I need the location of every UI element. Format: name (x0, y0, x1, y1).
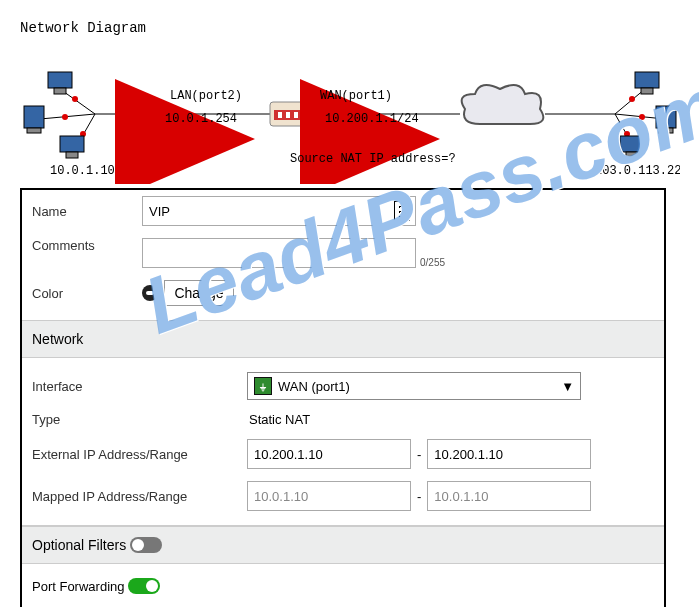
cloud-icon (462, 85, 544, 124)
comments-input[interactable] (142, 238, 416, 268)
chevron-down-icon: ▼ (561, 379, 574, 394)
color-label: Color (32, 286, 142, 301)
svg-rect-26 (635, 72, 659, 88)
comments-count: 0/255 (420, 257, 445, 268)
map-ip-to-input[interactable] (427, 481, 591, 511)
firewall-device-icon (270, 102, 310, 126)
right-host-ip: 203.0.113.22 (595, 164, 680, 178)
lan-ip: 10.0.1.254 (165, 112, 237, 126)
svg-rect-31 (626, 152, 638, 158)
network-section-header: Network (22, 320, 664, 358)
svg-rect-30 (620, 136, 644, 152)
network-diagram: 10.0.1.10/24 LAN(port2) 10.0.1.254 WAN(p… (20, 44, 680, 184)
ext-ip-to-input[interactable] (427, 439, 591, 469)
optional-filters-toggle[interactable] (130, 537, 162, 553)
interface-icon: ⏚ (254, 377, 272, 395)
svg-rect-10 (60, 136, 84, 152)
type-label: Type (32, 412, 247, 427)
ext-ip-from-input[interactable] (247, 439, 411, 469)
port-forwarding-toggle[interactable] (128, 578, 160, 594)
name-label: Name (32, 204, 142, 219)
lan-label: LAN(port2) (170, 89, 242, 103)
wan-label: WAN(port1) (320, 89, 392, 103)
interface-select[interactable]: ⏚ WAN (port1) ▼ (247, 372, 581, 400)
src-nat-question: Source NAT IP address=? (290, 152, 456, 166)
svg-rect-6 (48, 72, 72, 88)
optional-filters-label: Optional Filters (32, 537, 126, 553)
svg-rect-28 (656, 106, 676, 128)
wan-ip: 10.200.1.1/24 (325, 112, 419, 126)
diagram-title: Network Diagram (20, 20, 679, 36)
svg-rect-16 (286, 112, 290, 118)
right-cluster (615, 72, 676, 158)
range-separator: - (411, 489, 427, 504)
svg-rect-11 (66, 152, 78, 158)
left-host-ip: 10.0.1.10/24 (50, 164, 136, 178)
diagram-svg: 10.0.1.10/24 LAN(port2) 10.0.1.254 WAN(p… (20, 44, 680, 184)
svg-rect-15 (278, 112, 282, 118)
svg-point-24 (639, 114, 645, 120)
svg-point-4 (62, 114, 68, 120)
svg-point-3 (72, 96, 78, 102)
name-input[interactable] (142, 196, 416, 226)
range-separator: - (411, 447, 427, 462)
svg-rect-8 (24, 106, 44, 128)
comments-label: Comments (32, 238, 142, 253)
left-cluster (24, 72, 95, 158)
interface-value: WAN (port1) (278, 379, 350, 394)
change-color-button[interactable]: Change (164, 280, 234, 306)
svg-rect-27 (641, 88, 653, 94)
vip-form: Name Comments 0/255 Color Change Network… (20, 188, 666, 607)
port-forwarding-label: Port Forwarding (32, 579, 124, 594)
ext-ip-label: External IP Address/Range (32, 447, 247, 462)
color-swatch-icon (142, 285, 158, 301)
svg-rect-9 (27, 128, 41, 133)
svg-point-23 (629, 96, 635, 102)
map-ip-label: Mapped IP Address/Range (32, 489, 247, 504)
keypad-icon[interactable] (394, 201, 410, 221)
svg-rect-29 (659, 128, 673, 133)
type-value: Static NAT (247, 412, 310, 427)
interface-label: Interface (32, 379, 247, 394)
svg-rect-7 (54, 88, 66, 94)
svg-rect-17 (294, 112, 298, 118)
map-ip-from-input[interactable] (247, 481, 411, 511)
